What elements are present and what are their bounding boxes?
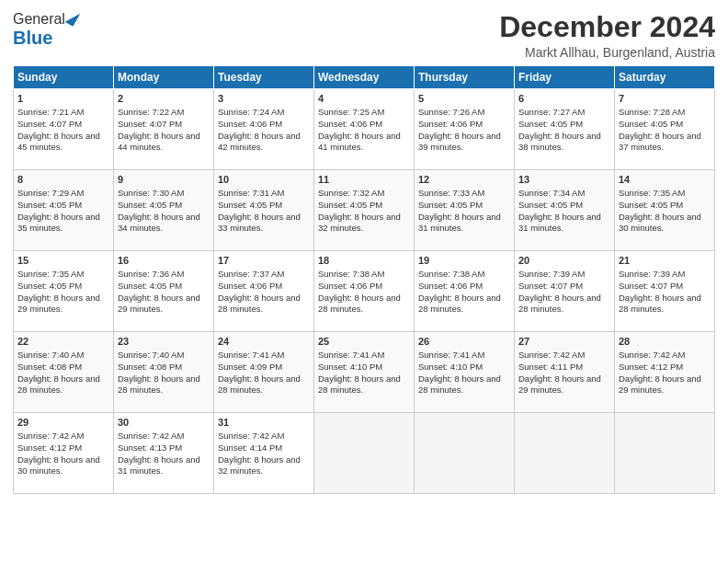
logo-general-text: General [13, 11, 65, 28]
col-friday: Friday [515, 66, 615, 89]
day-number: 20 [518, 254, 610, 268]
day-number: 22 [17, 335, 109, 349]
daylight-label: Daylight: 8 hours and 42 minutes. [218, 131, 301, 153]
calendar-cell: 11 Sunrise: 7:32 AM Sunset: 4:05 PM Dayl… [314, 170, 415, 251]
day-number: 19 [418, 254, 510, 268]
sunset-label: Sunset: 4:05 PM [218, 200, 282, 210]
location: Markt Allhau, Burgenland, Austria [499, 45, 715, 60]
sunset-label: Sunset: 4:05 PM [118, 281, 182, 291]
sunrise-label: Sunrise: 7:42 AM [17, 431, 84, 441]
daylight-label: Daylight: 8 hours and 41 minutes. [318, 131, 401, 153]
calendar-cell: 1 Sunrise: 7:21 AM Sunset: 4:07 PM Dayli… [14, 89, 114, 170]
calendar-cell: 7 Sunrise: 7:28 AM Sunset: 4:05 PM Dayli… [615, 89, 715, 170]
daylight-label: Daylight: 8 hours and 28 minutes. [518, 293, 601, 315]
day-number: 12 [418, 173, 510, 187]
daylight-label: Daylight: 8 hours and 29 minutes. [118, 293, 200, 315]
calendar-cell: 8 Sunrise: 7:29 AM Sunset: 4:05 PM Dayli… [14, 170, 114, 251]
daylight-label: Daylight: 8 hours and 38 minutes. [518, 131, 601, 153]
sunset-label: Sunset: 4:08 PM [118, 362, 182, 372]
sunset-label: Sunset: 4:06 PM [218, 119, 282, 129]
calendar-cell: 23 Sunrise: 7:40 AM Sunset: 4:08 PM Dayl… [114, 332, 214, 413]
calendar-cell: 9 Sunrise: 7:30 AM Sunset: 4:05 PM Dayli… [114, 170, 214, 251]
day-number: 9 [118, 173, 210, 187]
daylight-label: Daylight: 8 hours and 29 minutes. [518, 373, 601, 396]
calendar-cell: 3 Sunrise: 7:24 AM Sunset: 4:06 PM Dayli… [214, 89, 314, 170]
calendar-cell: 16 Sunrise: 7:36 AM Sunset: 4:05 PM Dayl… [114, 251, 214, 332]
header: General Blue December 2024 Markt Allhau,… [13, 11, 715, 60]
col-wednesday: Wednesday [314, 66, 415, 89]
sunrise-label: Sunrise: 7:42 AM [518, 350, 585, 360]
day-number: 15 [17, 254, 109, 268]
sunrise-label: Sunrise: 7:42 AM [118, 431, 184, 441]
col-saturday: Saturday [615, 66, 715, 89]
sunrise-label: Sunrise: 7:34 AM [518, 188, 585, 198]
sunrise-label: Sunrise: 7:42 AM [619, 350, 685, 360]
calendar-cell: 18 Sunrise: 7:38 AM Sunset: 4:06 PM Dayl… [314, 251, 415, 332]
daylight-label: Daylight: 8 hours and 44 minutes. [118, 131, 200, 153]
sunrise-label: Sunrise: 7:27 AM [518, 107, 585, 117]
sunset-label: Sunset: 4:07 PM [619, 281, 683, 291]
sunrise-label: Sunrise: 7:38 AM [418, 269, 484, 279]
col-sunday: Sunday [14, 66, 114, 89]
calendar-cell: 15 Sunrise: 7:35 AM Sunset: 4:05 PM Dayl… [14, 251, 114, 332]
sunrise-label: Sunrise: 7:29 AM [17, 188, 84, 198]
calendar-cell: 2 Sunrise: 7:22 AM Sunset: 4:07 PM Dayli… [114, 89, 214, 170]
sunset-label: Sunset: 4:05 PM [518, 119, 583, 129]
col-tuesday: Tuesday [214, 66, 314, 89]
calendar-cell [615, 413, 715, 494]
sunrise-label: Sunrise: 7:41 AM [218, 350, 284, 360]
sunrise-label: Sunrise: 7:24 AM [218, 107, 284, 117]
sunrise-label: Sunrise: 7:25 AM [318, 107, 384, 117]
daylight-label: Daylight: 8 hours and 28 minutes. [318, 293, 401, 315]
sunset-label: Sunset: 4:07 PM [118, 119, 182, 129]
day-number: 27 [518, 335, 610, 349]
daylight-label: Daylight: 8 hours and 34 minutes. [118, 212, 200, 234]
sunrise-label: Sunrise: 7:41 AM [418, 350, 484, 360]
sunset-label: Sunset: 4:08 PM [17, 362, 82, 372]
sunrise-label: Sunrise: 7:21 AM [17, 107, 84, 117]
day-number: 24 [218, 335, 310, 349]
day-number: 5 [418, 92, 510, 106]
sunrise-label: Sunrise: 7:37 AM [218, 269, 284, 279]
calendar-cell: 29 Sunrise: 7:42 AM Sunset: 4:12 PM Dayl… [14, 413, 114, 494]
sunset-label: Sunset: 4:13 PM [118, 442, 182, 453]
sunset-label: Sunset: 4:05 PM [118, 200, 182, 210]
sunset-label: Sunset: 4:07 PM [518, 281, 583, 291]
sunset-label: Sunset: 4:14 PM [218, 442, 282, 453]
sunset-label: Sunset: 4:05 PM [619, 200, 683, 210]
sunset-label: Sunset: 4:05 PM [619, 119, 683, 129]
calendar-week-row: 1 Sunrise: 7:21 AM Sunset: 4:07 PM Dayli… [14, 89, 715, 170]
day-number: 31 [218, 416, 310, 430]
sunset-label: Sunset: 4:07 PM [17, 119, 82, 129]
daylight-label: Daylight: 8 hours and 37 minutes. [619, 131, 701, 153]
sunrise-label: Sunrise: 7:39 AM [619, 269, 685, 279]
calendar-cell: 10 Sunrise: 7:31 AM Sunset: 4:05 PM Dayl… [214, 170, 314, 251]
calendar-week-row: 22 Sunrise: 7:40 AM Sunset: 4:08 PM Dayl… [14, 332, 715, 413]
sunrise-label: Sunrise: 7:33 AM [418, 188, 484, 198]
calendar-cell: 27 Sunrise: 7:42 AM Sunset: 4:11 PM Dayl… [515, 332, 615, 413]
calendar-cell: 13 Sunrise: 7:34 AM Sunset: 4:05 PM Dayl… [515, 170, 615, 251]
sunset-label: Sunset: 4:10 PM [318, 362, 382, 372]
day-number: 29 [17, 416, 109, 430]
day-number: 1 [17, 92, 109, 106]
calendar-cell: 5 Sunrise: 7:26 AM Sunset: 4:06 PM Dayli… [415, 89, 515, 170]
col-thursday: Thursday [415, 66, 515, 89]
calendar-cell: 21 Sunrise: 7:39 AM Sunset: 4:07 PM Dayl… [615, 251, 715, 332]
calendar-cell: 17 Sunrise: 7:37 AM Sunset: 4:06 PM Dayl… [214, 251, 314, 332]
sunrise-label: Sunrise: 7:42 AM [218, 431, 284, 441]
day-number: 21 [619, 254, 711, 268]
calendar-cell: 26 Sunrise: 7:41 AM Sunset: 4:10 PM Dayl… [415, 332, 515, 413]
daylight-label: Daylight: 8 hours and 31 minutes. [118, 454, 200, 477]
day-number: 30 [118, 416, 210, 430]
calendar-cell: 14 Sunrise: 7:35 AM Sunset: 4:05 PM Dayl… [615, 170, 715, 251]
sunrise-label: Sunrise: 7:30 AM [118, 188, 184, 198]
day-number: 18 [318, 254, 410, 268]
sunrise-label: Sunrise: 7:40 AM [17, 350, 84, 360]
sunset-label: Sunset: 4:05 PM [518, 200, 583, 210]
sunrise-label: Sunrise: 7:35 AM [17, 269, 84, 279]
daylight-label: Daylight: 8 hours and 28 minutes. [118, 373, 200, 396]
calendar-cell: 19 Sunrise: 7:38 AM Sunset: 4:06 PM Dayl… [415, 251, 515, 332]
day-number: 23 [118, 335, 210, 349]
sunset-label: Sunset: 4:09 PM [218, 362, 282, 372]
sunrise-label: Sunrise: 7:32 AM [318, 188, 384, 198]
